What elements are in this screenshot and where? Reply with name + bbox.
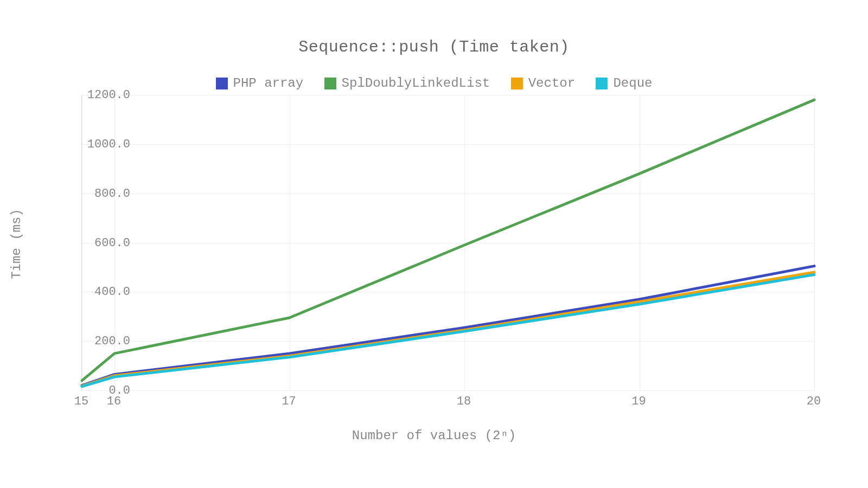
legend-item-spldoublylinkedlist: SplDoublyLinkedList [324, 76, 490, 91]
x-tick-label: 15 [74, 395, 88, 408]
x-axis-label: Number of values (2ⁿ) [0, 428, 868, 443]
legend-swatch [511, 78, 523, 89]
y-tick-label: 800.0 [76, 187, 130, 200]
chart-title: Sequence::push (Time taken) [0, 38, 868, 56]
legend-label: Deque [613, 76, 652, 91]
chart-lines [82, 95, 814, 390]
legend-label: Vector [528, 76, 575, 91]
x-tick-label: 19 [631, 395, 646, 408]
x-tick-label: 18 [457, 395, 471, 408]
chart-container: Sequence::push (Time taken) PHP array Sp… [0, 0, 868, 488]
plot-area [81, 95, 814, 391]
x-tick-label: 17 [282, 395, 296, 408]
y-axis-label: Time (ms) [9, 209, 24, 279]
y-tick-label: 600.0 [76, 236, 130, 249]
y-tick-label: 200.0 [76, 335, 130, 348]
x-tick-label: 20 [807, 395, 821, 408]
legend-swatch [596, 78, 608, 89]
legend-item-deque: Deque [596, 76, 652, 91]
legend-item-php-array: PHP array [216, 76, 304, 91]
legend-swatch [324, 78, 336, 89]
gridline-horizontal [82, 390, 814, 391]
chart-legend: PHP array SplDoublyLinkedList Vector Deq… [0, 76, 868, 93]
x-tick-label: 16 [107, 395, 121, 408]
legend-label: PHP array [233, 76, 304, 91]
y-tick-label: 1000.0 [76, 137, 130, 151]
y-tick-label: 1200.0 [76, 88, 130, 102]
legend-item-vector: Vector [511, 76, 575, 91]
legend-swatch [216, 78, 228, 89]
y-tick-label: 400.0 [76, 285, 130, 299]
gridline-vertical [814, 95, 815, 390]
legend-label: SplDoublyLinkedList [342, 76, 490, 91]
series-line [82, 100, 814, 381]
